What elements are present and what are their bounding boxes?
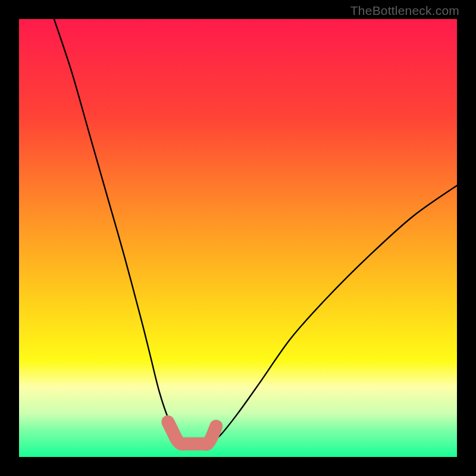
plot-area	[19, 19, 457, 457]
left-curve	[54, 19, 186, 444]
right-curve	[207, 186, 457, 444]
chart-frame: TheBottleneck.com	[0, 0, 476, 476]
curve-layer	[19, 19, 457, 457]
watermark-text: TheBottleneck.com	[350, 4, 459, 18]
bottom-marker	[168, 422, 216, 444]
